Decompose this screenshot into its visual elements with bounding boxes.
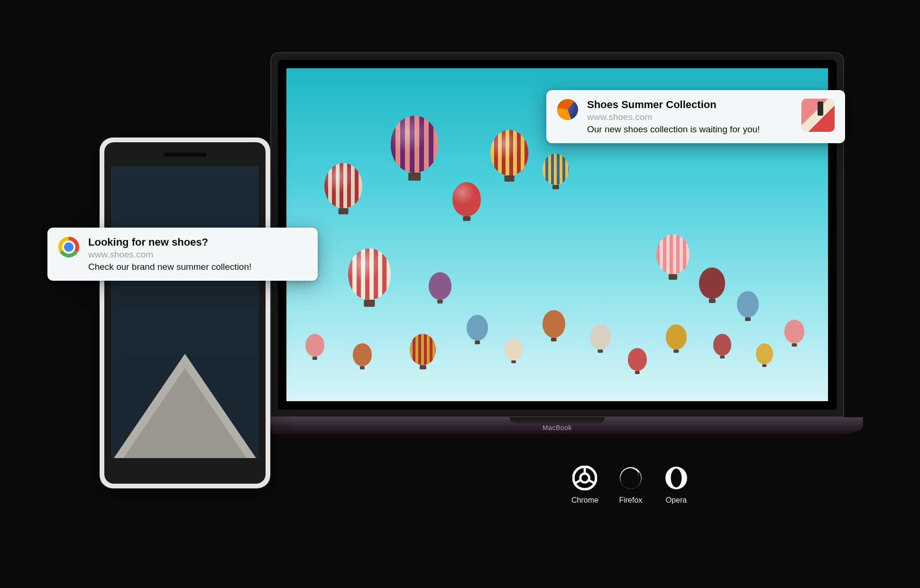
browser-label: Firefox — [619, 496, 642, 505]
notification-message: Check our brand new summer collection! — [88, 262, 307, 272]
balloon-decoration — [699, 267, 725, 299]
laptop-brand-label: MacBook — [543, 424, 572, 432]
balloon-decoration — [666, 324, 687, 349]
notification-domain: www.shoes.com — [587, 112, 793, 122]
laptop-hinge-notch — [510, 417, 605, 423]
balloon-decoration — [467, 315, 488, 340]
browser-label: Opera — [666, 496, 687, 505]
balloon-decoration — [737, 291, 759, 317]
browser-chrome: Chrome — [571, 465, 598, 505]
browser-opera: Opera — [663, 465, 690, 505]
firefox-icon — [617, 465, 644, 491]
balloon-decoration — [490, 130, 528, 175]
notification-title: Looking for new shoes? — [88, 236, 307, 248]
notification-message: Our new shoes collection is waiting for … — [587, 124, 793, 135]
balloon-decoration — [628, 348, 647, 371]
balloon-decoration — [324, 163, 362, 208]
notification-thumbnail — [801, 99, 835, 132]
supported-browsers-row: Chrome Firefox Opera — [571, 465, 690, 505]
balloon-decoration — [543, 154, 569, 185]
phone-wallpaper — [111, 166, 259, 458]
balloon-decoration — [590, 324, 611, 349]
balloon-decoration — [784, 320, 804, 343]
svg-point-4 — [671, 469, 681, 487]
phone-mockup — [100, 138, 270, 488]
balloon-decoration — [348, 248, 391, 300]
phone-wallpaper-building — [114, 354, 256, 458]
browser-label: Chrome — [571, 496, 598, 505]
balloon-decoration — [305, 334, 324, 357]
balloon-decoration — [391, 116, 438, 173]
notification-title: Shoes Summer Collection — [587, 99, 793, 111]
balloon-decoration — [713, 334, 731, 356]
svg-point-1 — [580, 474, 589, 483]
balloon-decoration — [505, 339, 523, 360]
push-notification-chrome[interactable]: Looking for new shoes? www.shoes.com Che… — [47, 228, 318, 281]
phone-bezel — [104, 142, 266, 484]
balloon-decoration — [756, 343, 773, 364]
notification-domain: www.shoes.com — [88, 249, 307, 260]
balloon-decoration — [353, 343, 372, 366]
balloon-decoration — [543, 310, 565, 338]
notification-body: Looking for new shoes? www.shoes.com Che… — [88, 236, 307, 272]
balloon-decoration — [410, 334, 436, 365]
laptop-base: MacBook — [251, 417, 863, 434]
balloon-decoration — [429, 272, 451, 300]
notification-body: Shoes Summer Collection www.shoes.com Ou… — [587, 99, 793, 135]
balloon-decoration — [656, 234, 690, 274]
chrome-icon — [571, 465, 598, 491]
firefox-icon — [557, 99, 579, 120]
phone-speaker — [164, 153, 206, 156]
balloon-decoration — [452, 182, 481, 216]
opera-icon — [663, 465, 690, 491]
push-notification-firefox[interactable]: Shoes Summer Collection www.shoes.com Ou… — [546, 90, 845, 143]
chrome-icon — [58, 236, 80, 258]
browser-firefox: Firefox — [617, 465, 644, 505]
